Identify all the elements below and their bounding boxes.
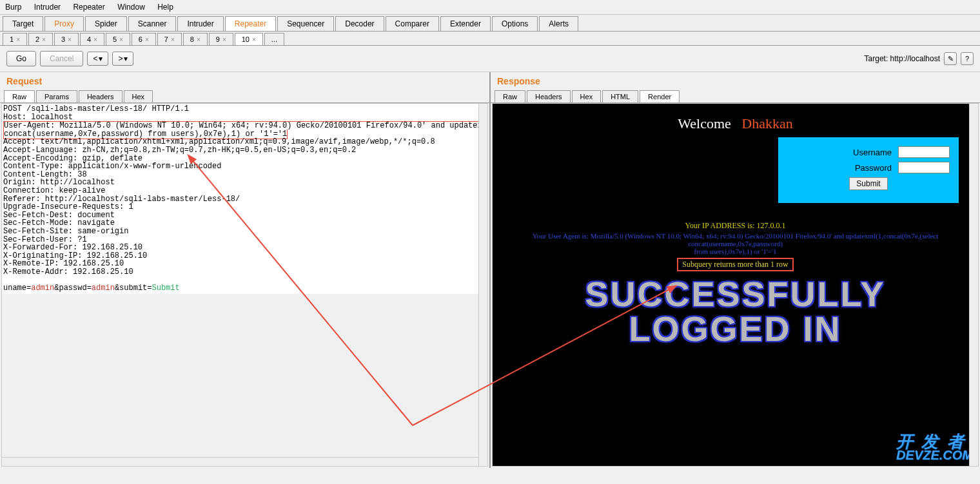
scrollbar-vertical[interactable]: [969, 104, 978, 466]
error-box: Subquery returns more than 1 row: [677, 258, 793, 271]
subtab-raw[interactable]: Raw: [4, 90, 35, 102]
subtab-hex[interactable]: Hex: [124, 90, 153, 102]
main-tabs: Target Proxy Spider Scanner Intruder Rep…: [0, 15, 980, 32]
close-icon[interactable]: ×: [119, 36, 123, 43]
session-tab-10[interactable]: 10×: [235, 33, 263, 45]
response-render: Welcome Dhakkan Username Password Your I…: [492, 103, 979, 467]
watermark: 开 发 者 DEVZE.COM: [896, 434, 973, 461]
scrollbar-horizontal[interactable]: [2, 457, 478, 466]
toolbar: Go Cancel <▾ >▾ Target: http://localhost…: [0, 46, 980, 72]
submit-button[interactable]: [849, 177, 887, 190]
session-tab-7[interactable]: 7×: [157, 33, 182, 45]
password-input[interactable]: [898, 162, 950, 173]
session-tab-4[interactable]: 4×: [80, 33, 104, 45]
help-button[interactable]: ?: [961, 52, 974, 65]
response-panel: Response Raw Headers Hex HTML Render Wel…: [491, 72, 980, 468]
ip-address-line: Your IP ADDRESS is: 127.0.0.1: [493, 221, 978, 231]
session-tabs: 1× 2× 3× 4× 5× 6× 7× 8× 9× 10× ...: [0, 32, 980, 46]
menu-intruder[interactable]: Intruder: [34, 3, 61, 12]
session-tab-9[interactable]: 9×: [209, 33, 233, 45]
tab-extender[interactable]: Extender: [440, 16, 491, 31]
menu-bar: Burp Intruder Repeater Window Help: [0, 0, 980, 15]
question-icon: ?: [965, 55, 969, 63]
split-view: Request Raw Params Headers Hex POST /sql…: [0, 72, 980, 468]
subtab-render[interactable]: Render: [640, 90, 680, 102]
close-icon[interactable]: ×: [16, 36, 20, 43]
tab-options[interactable]: Options: [492, 16, 538, 31]
close-icon[interactable]: ×: [68, 36, 72, 43]
tab-intruder[interactable]: Intruder: [177, 16, 223, 31]
session-tab-2[interactable]: 2×: [28, 33, 53, 45]
highlighted-payload-line1: User-Agent: Mozilla/5.0 (Windows NT 10.0…: [3, 121, 486, 130]
close-icon[interactable]: ×: [93, 36, 97, 43]
close-icon[interactable]: ×: [222, 36, 226, 43]
tab-proxy[interactable]: Proxy: [44, 16, 84, 31]
close-icon[interactable]: ×: [171, 36, 175, 43]
logged-in-banner: SUCCESSFULLY LOGGED IN: [493, 276, 978, 346]
scrollbar-vertical[interactable]: [478, 104, 487, 466]
username-input[interactable]: [898, 146, 950, 158]
edit-target-button[interactable]: ✎: [944, 52, 957, 65]
go-button[interactable]: Go: [6, 51, 36, 66]
tab-sequencer[interactable]: Sequencer: [277, 16, 334, 31]
subtab-raw[interactable]: Raw: [495, 90, 525, 102]
cancel-button[interactable]: Cancel: [40, 51, 83, 66]
tab-target[interactable]: Target: [3, 16, 43, 31]
tab-alerts[interactable]: Alerts: [539, 16, 578, 31]
request-panel: Request Raw Params Headers Hex POST /sql…: [0, 72, 491, 468]
login-form: Username Password: [778, 137, 959, 203]
history-forward-button[interactable]: >▾: [112, 52, 133, 66]
session-tab-more[interactable]: ...: [264, 33, 284, 45]
response-subtabs: Raw Headers Hex HTML Render: [491, 90, 980, 103]
session-tab-3[interactable]: 3×: [54, 33, 79, 45]
response-title: Response: [491, 72, 980, 90]
caret-down-icon: ▾: [99, 54, 103, 63]
caret-down-icon: ▾: [124, 54, 128, 63]
tab-decoder[interactable]: Decoder: [335, 16, 384, 31]
subtab-params[interactable]: Params: [36, 90, 77, 102]
chevron-left-icon: <: [93, 54, 97, 63]
user-agent-line: Your User Agent is: Mozilla/5.0 (Windows…: [493, 232, 978, 255]
close-icon[interactable]: ×: [42, 36, 46, 43]
password-label: Password: [855, 163, 892, 173]
session-tab-8[interactable]: 8×: [183, 33, 208, 45]
request-subtabs: Raw Params Headers Hex: [0, 90, 489, 103]
session-tab-5[interactable]: 5×: [106, 33, 130, 45]
tab-comparer[interactable]: Comparer: [386, 16, 439, 31]
tab-spider[interactable]: Spider: [85, 16, 127, 31]
menu-help[interactable]: Help: [157, 3, 173, 12]
target-label: Target: http://localhost: [865, 54, 940, 63]
tab-scanner[interactable]: Scanner: [128, 16, 177, 31]
chevron-right-icon: >: [118, 54, 122, 63]
dhakkan-label: Dhakkan: [741, 115, 792, 131]
pencil-icon: ✎: [948, 55, 954, 63]
subtab-hex[interactable]: Hex: [572, 90, 602, 102]
subtab-headers[interactable]: Headers: [527, 90, 571, 102]
session-tab-6[interactable]: 6×: [132, 33, 156, 45]
subtab-headers[interactable]: Headers: [79, 90, 122, 102]
tab-repeater[interactable]: Repeater: [225, 16, 276, 31]
close-icon[interactable]: ×: [197, 36, 201, 43]
menu-window[interactable]: Window: [117, 3, 145, 12]
request-title: Request: [0, 72, 489, 90]
session-tab-1[interactable]: 1×: [3, 33, 27, 45]
close-icon[interactable]: ×: [145, 36, 149, 43]
menu-burp[interactable]: Burp: [5, 3, 21, 12]
username-label: Username: [853, 148, 892, 157]
welcome-heading: Welcome Dhakkan: [493, 104, 978, 137]
close-icon[interactable]: ×: [252, 36, 256, 43]
history-back-button[interactable]: <▾: [87, 52, 108, 66]
menu-repeater[interactable]: Repeater: [73, 3, 104, 12]
subtab-html[interactable]: HTML: [602, 90, 638, 102]
request-text[interactable]: POST /sqli-labs-master/Less-18/ HTTP/1.1…: [2, 104, 487, 294]
request-editor[interactable]: POST /sqli-labs-master/Less-18/ HTTP/1.1…: [1, 103, 488, 467]
